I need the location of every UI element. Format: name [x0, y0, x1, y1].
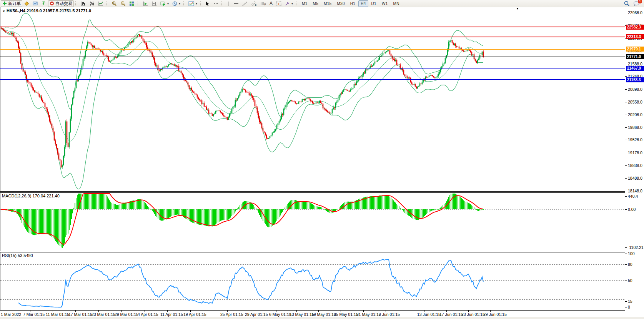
timeframe-m5-button[interactable]: M5	[311, 0, 321, 7]
indicators-button[interactable]: ▾	[187, 0, 199, 7]
macd-histogram-bar	[207, 209, 208, 226]
price-tick-label: 18838.0	[628, 163, 642, 168]
macd-histogram-bar	[56, 209, 57, 242]
macd-histogram-bar	[310, 203, 311, 210]
candle-body	[452, 40, 453, 43]
chart-shift-button[interactable]	[150, 0, 158, 7]
profiles-button[interactable]	[23, 0, 31, 7]
search-button[interactable]	[622, 0, 631, 7]
candle-body	[103, 53, 105, 55]
candle-body	[359, 77, 361, 78]
candle-body	[386, 51, 387, 52]
zoom-out-button[interactable]	[119, 0, 127, 7]
candle-body	[210, 113, 211, 114]
bar-chart-button[interactable]	[79, 0, 87, 7]
candle-body	[319, 101, 320, 103]
price-tick-label: 20898.0	[628, 87, 642, 92]
macd-histogram-bar	[17, 209, 18, 214]
macd-tick-mark	[625, 196, 627, 197]
chart-collapse-icon[interactable]: ▼	[2, 10, 5, 13]
macd-histogram-bar	[97, 194, 97, 209]
arrows-button[interactable]: ▾	[283, 0, 295, 7]
fibonacci-button[interactable]: F	[259, 0, 268, 7]
timeframe-m1-button[interactable]: M1	[300, 0, 310, 7]
timeframe-mn-button[interactable]: MN	[391, 0, 402, 7]
candle-body	[241, 92, 242, 92]
text-label-button[interactable]: T	[275, 0, 283, 7]
cursor-button[interactable]	[204, 0, 211, 7]
new-order-label: 新订单	[8, 1, 21, 7]
chat-button[interactable]: 1	[632, 0, 641, 7]
horizontal-line-button[interactable]	[232, 0, 240, 7]
macd-histogram-bar	[436, 209, 436, 210]
macd-histogram-bar	[40, 209, 41, 234]
candle-body	[396, 60, 398, 65]
periods-button[interactable]: ▾	[171, 0, 182, 7]
price-tick-mark	[625, 140, 627, 140]
line-chart-icon	[98, 1, 103, 6]
trendline-button[interactable]	[241, 0, 249, 7]
zoom-in-button[interactable]	[110, 0, 118, 7]
toolbar-separator	[138, 1, 140, 6]
candle-body	[220, 111, 221, 112]
chart-shift-marker-icon[interactable]: ▼	[516, 7, 519, 10]
macd-histogram-bar	[199, 209, 200, 225]
candle-body	[215, 111, 216, 114]
line-chart-button[interactable]	[97, 0, 105, 7]
rsi-panel[interactable]: RSI(15) 53.5490	[0, 252, 625, 311]
rsi-chart[interactable]	[0, 252, 625, 310]
macd-histogram-bar	[108, 199, 109, 209]
candle-body	[430, 75, 431, 76]
alerts-button[interactable]	[40, 0, 48, 7]
candle-body	[434, 77, 436, 78]
candle-body	[171, 63, 173, 64]
candle-body	[445, 58, 446, 63]
candle-body	[219, 110, 220, 111]
timeframe-d1-button[interactable]: D1	[369, 0, 379, 7]
market-watch-button[interactable]	[31, 0, 39, 7]
timeframe-h1-button[interactable]: H1	[348, 0, 358, 7]
crosshair-button[interactable]	[212, 0, 220, 7]
candle-body	[276, 125, 278, 129]
candle-body	[248, 92, 249, 93]
candle-body	[431, 75, 432, 75]
candle-body	[236, 100, 237, 100]
macd-histogram-bar	[379, 195, 380, 209]
macd-chart[interactable]	[0, 193, 625, 251]
candle-body	[35, 92, 37, 92]
candle-body	[222, 113, 223, 115]
macd-histogram-bar	[383, 195, 383, 209]
candle-body	[190, 88, 191, 89]
text-button[interactable]: A	[268, 0, 274, 7]
price-panel[interactable]: ▼ HK50-,H4 21919.0 21957.5 21751.5 21771…	[0, 7, 625, 192]
equidistant-channel-button[interactable]: E	[250, 0, 258, 7]
candle-body	[218, 110, 219, 111]
tile-windows-button[interactable]	[128, 0, 136, 7]
candlestick-chart[interactable]	[0, 7, 625, 191]
candle-body	[235, 100, 236, 107]
search-icon	[624, 1, 630, 6]
new-order-button[interactable]: 新订单	[1, 0, 22, 7]
timeframe-m15-button[interactable]: M15	[321, 0, 334, 7]
candle-body	[161, 69, 162, 70]
timeframe-w1-button[interactable]: W1	[379, 0, 390, 7]
timeframe-m30-button[interactable]: M30	[334, 0, 347, 7]
macd-histogram-bar	[216, 209, 217, 224]
candle-body	[451, 40, 452, 41]
macd-histogram-bar	[95, 194, 96, 209]
vertical-line-button[interactable]	[225, 0, 231, 7]
macd-histogram-bar	[105, 194, 105, 209]
timeframe-h4-button[interactable]: H4	[358, 0, 368, 7]
new-chart-button[interactable]: ▾	[159, 0, 170, 7]
trendline-icon	[242, 1, 248, 6]
macd-histogram-bar	[335, 209, 336, 211]
candle-body	[300, 102, 301, 102]
auto-trading-button[interactable]: 自动交易	[48, 0, 74, 7]
price-level-line	[0, 27, 625, 27]
macd-histogram-bar	[148, 207, 149, 209]
macd-panel[interactable]: MACD(12,26,9) 170.04 221.40	[0, 192, 625, 251]
macd-histogram-bar	[396, 204, 397, 209]
candlestick-button[interactable]	[88, 0, 96, 7]
macd-histogram-bar	[316, 206, 316, 210]
auto-scroll-button[interactable]	[141, 0, 150, 7]
